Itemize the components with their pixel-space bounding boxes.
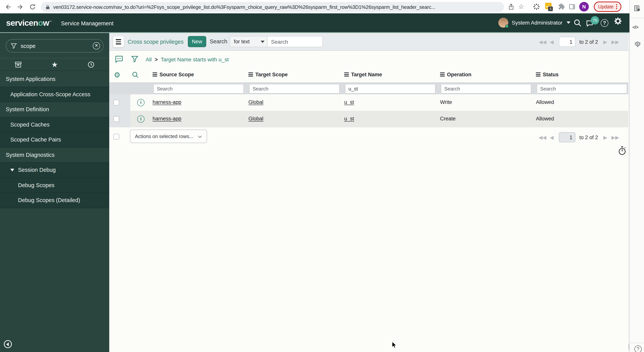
select-all-checkbox[interactable] xyxy=(114,134,119,140)
form-preview-icon[interactable] xyxy=(634,5,641,12)
info-icon[interactable]: i xyxy=(137,116,144,123)
response-time-icon[interactable] xyxy=(618,146,626,155)
cell-source-scope[interactable]: harness-app xyxy=(152,99,181,105)
column-header-source-scope[interactable]: Source Scope xyxy=(152,72,194,78)
extension-badge: 3 xyxy=(548,6,553,11)
last-page-icon[interactable]: ▶▶ xyxy=(612,135,619,140)
nav-item-debug-scopes[interactable]: Debug Scopes xyxy=(0,178,109,193)
list-toolbar: Cross scope privileges New Search for te… xyxy=(109,33,628,50)
nav-section-system-diagnostics[interactable]: System Diagnostics xyxy=(0,148,109,162)
last-page-icon[interactable]: ▶▶ xyxy=(612,39,619,44)
pagination-bottom: ◀◀ ◀ to 2 of 2 ▶ ▶▶ xyxy=(538,132,622,142)
breadcrumb-all[interactable]: All xyxy=(146,56,152,62)
cell-target-name[interactable]: u_st xyxy=(344,99,354,105)
column-menu-icon[interactable] xyxy=(248,72,253,77)
filter-target-scope-input[interactable] xyxy=(249,84,340,94)
filter-status-input[interactable] xyxy=(537,84,627,94)
list-chat-icon[interactable] xyxy=(114,55,124,63)
column-menu-icon[interactable] xyxy=(536,72,540,77)
filter-text: scope xyxy=(21,43,36,49)
prev-page-icon[interactable]: ◀ xyxy=(550,135,554,140)
column-search-icon[interactable] xyxy=(132,71,139,78)
browser-menu-icon[interactable] xyxy=(616,4,617,9)
column-menu-icon[interactable] xyxy=(344,72,349,77)
help-floating-icon[interactable]: ? xyxy=(634,346,642,352)
column-header-target-scope[interactable]: Target Scope xyxy=(248,72,288,78)
column-header-status[interactable]: Status xyxy=(536,72,559,78)
browser-forward-icon[interactable] xyxy=(16,3,24,11)
tab-favorites[interactable]: ★ xyxy=(36,61,73,68)
list-pane: Cross scope privileges New Search for te… xyxy=(109,33,628,352)
settings-gear-icon[interactable] xyxy=(614,17,622,25)
nav-item-scoped-cache-pairs[interactable]: Scoped Cache Pairs xyxy=(0,132,109,148)
filter-funnel-icon[interactable] xyxy=(131,56,138,63)
nav-item-application-cross-scope-access[interactable]: Application Cross-Scope Access xyxy=(0,87,109,102)
new-button[interactable]: New xyxy=(188,36,206,47)
servicenow-logo: servicenow™ xyxy=(6,18,52,28)
list-title[interactable]: Cross scope privileges xyxy=(128,39,184,45)
column-menu-icon[interactable] xyxy=(440,72,445,77)
first-page-icon[interactable]: ◀◀ xyxy=(538,39,546,44)
share-icon[interactable] xyxy=(508,4,514,10)
search-type-select[interactable]: for text xyxy=(230,36,268,47)
cell-target-scope[interactable]: Global xyxy=(248,116,263,122)
page-number-input[interactable] xyxy=(559,132,576,142)
extension-spinner-icon[interactable] xyxy=(533,3,540,10)
idea-bulb-icon[interactable] xyxy=(634,41,642,49)
address-bar[interactable]: ven03172.service-now.com/nav_to.do?uri=%… xyxy=(41,2,504,12)
lock-icon xyxy=(45,4,50,10)
column-menu-icon[interactable] xyxy=(152,72,157,77)
scrollbar-track[interactable] xyxy=(628,33,630,352)
code-icon[interactable]: </> xyxy=(632,25,638,30)
nav-item-session-debug[interactable]: Session Debug xyxy=(0,162,109,178)
cell-target-scope[interactable]: Global xyxy=(248,99,263,105)
cell-target-name[interactable]: u_st xyxy=(344,116,354,122)
side-panel-icon[interactable] xyxy=(569,4,576,10)
next-page-icon[interactable]: ▶ xyxy=(603,135,607,140)
sidebar-collapse-button[interactable] xyxy=(4,340,12,348)
funnel-icon xyxy=(11,43,17,49)
info-icon[interactable]: i xyxy=(137,99,144,106)
global-search-icon[interactable] xyxy=(574,19,582,27)
browser-refresh-icon[interactable] xyxy=(29,4,37,11)
nav-menu: System Applications Application Cross-Sc… xyxy=(0,72,109,208)
filter-source-scope-input[interactable] xyxy=(153,84,244,94)
column-header-operation[interactable]: Operation xyxy=(440,72,472,78)
breadcrumb-separator: > xyxy=(155,56,158,62)
pagination-top: ◀◀ ◀ to 2 of 2 ▶ ▶▶ xyxy=(538,37,622,47)
cell-source-scope[interactable]: harness-app xyxy=(152,116,181,122)
search-label: Search xyxy=(210,38,227,44)
nav-item-scoped-caches[interactable]: Scoped Caches xyxy=(0,117,109,132)
prev-page-icon[interactable]: ◀ xyxy=(550,39,554,44)
list-settings-gear-icon[interactable]: ⚙ xyxy=(114,70,120,79)
help-icon[interactable]: ? xyxy=(601,19,608,27)
update-button[interactable]: Update xyxy=(594,2,622,12)
nav-item-debug-scopes-detailed[interactable]: Debug Scopes (Detailed) xyxy=(0,193,109,208)
next-page-icon[interactable]: ▶ xyxy=(603,39,607,44)
page-number-input[interactable] xyxy=(559,37,576,47)
extensions-puzzle-icon[interactable] xyxy=(558,3,565,10)
list-search-input[interactable] xyxy=(267,36,323,47)
column-header-target-name[interactable]: Target Name xyxy=(344,72,382,78)
row-checkbox[interactable] xyxy=(114,100,119,106)
browser-back-icon[interactable] xyxy=(4,3,12,11)
list-context-menu-button[interactable] xyxy=(113,36,124,48)
tab-all-applications[interactable] xyxy=(0,61,36,68)
user-menu[interactable]: System Administrator xyxy=(498,18,570,28)
breadcrumb-bar: All > Target Name starts with u_st xyxy=(109,51,628,68)
row-checkbox[interactable] xyxy=(114,116,119,122)
clear-filter-icon[interactable]: ✕ xyxy=(93,42,100,50)
nav-section-system-definition[interactable]: System Definition xyxy=(0,102,109,117)
nav-section-system-applications[interactable]: System Applications xyxy=(0,72,109,87)
tab-history[interactable] xyxy=(73,61,109,68)
filter-target-name-input[interactable] xyxy=(345,84,436,94)
filter-navigator-input[interactable]: scope ✕ xyxy=(6,39,104,52)
bookmark-star-icon[interactable]: ☆ xyxy=(518,3,524,11)
actions-select[interactable]: Actions on selected rows... xyxy=(130,130,207,143)
browser-profile-avatar[interactable]: N xyxy=(579,2,589,12)
filter-operation-input[interactable] xyxy=(441,84,531,94)
cell-operation: Create xyxy=(440,116,456,122)
first-page-icon[interactable]: ◀◀ xyxy=(538,135,546,140)
grid-filter-row xyxy=(109,82,628,94)
breadcrumb-condition[interactable]: Target Name starts with u_st xyxy=(161,56,229,62)
